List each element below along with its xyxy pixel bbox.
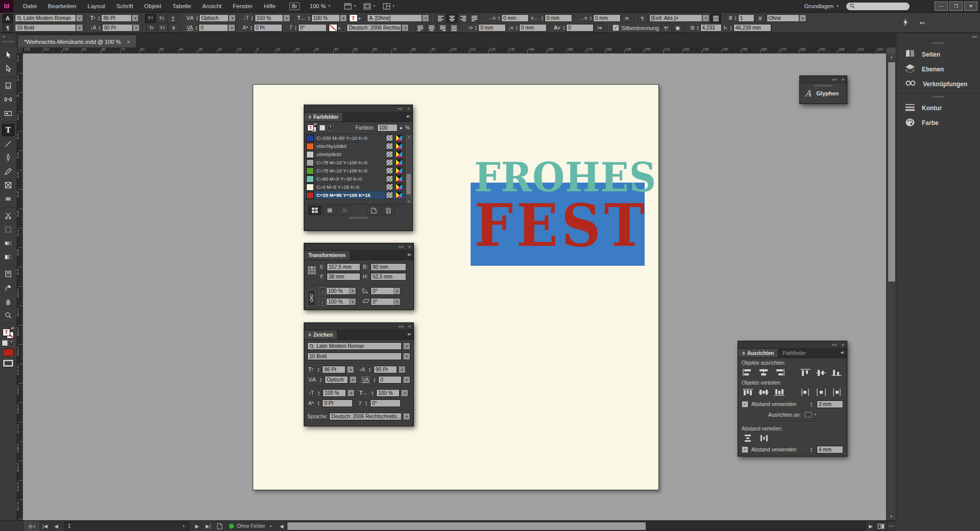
delete-swatch-button[interactable] xyxy=(382,206,395,215)
quick-apply-icon[interactable] xyxy=(902,18,909,28)
panel-menu-icon[interactable]: ▾≡ xyxy=(920,20,925,26)
paragraph-options-icon[interactable]: ¶. xyxy=(638,14,648,23)
zoom-tool[interactable] xyxy=(2,309,14,321)
panel-collapse-icon[interactable]: «« xyxy=(398,106,403,111)
preflight-status-label[interactable]: Ohne Fehler xyxy=(237,523,265,529)
first-page-button[interactable]: |◀ xyxy=(39,523,51,529)
headline-text-fest[interactable]: FEST xyxy=(474,196,641,255)
screen-mode-button[interactable]: ▼ xyxy=(363,3,376,10)
eyedropper-tool[interactable] xyxy=(2,282,14,294)
panel-close-icon[interactable]: × xyxy=(408,244,411,249)
stepper[interactable]: ▲▼ xyxy=(370,391,375,395)
chevron-down-icon[interactable]: ▼ xyxy=(394,287,401,295)
swatch-view-grid-button[interactable] xyxy=(308,206,322,215)
workspace-switcher[interactable]: Grundlagen▼ xyxy=(804,3,839,9)
reference-point-selector[interactable] xyxy=(308,266,316,275)
swatch-row[interactable]: C=75 M=10 Y=100 K=0 xyxy=(304,167,405,175)
baseline-shift-field[interactable]: Aª▲▼0 Pt xyxy=(241,24,282,32)
space-before-field[interactable]: ↑≡▲▼0 mm xyxy=(466,24,506,32)
tint-slider-icon[interactable]: ▶ xyxy=(400,126,403,130)
font-family-select[interactable]: Latin Modern Roman xyxy=(307,342,402,350)
frame-tool[interactable] xyxy=(2,179,14,191)
menu-schrift[interactable]: Schrift xyxy=(111,3,139,9)
note-tool[interactable] xyxy=(2,268,14,280)
chevron-down-icon[interactable]: ▼ xyxy=(403,413,410,420)
kerning-field[interactable]: Optisch xyxy=(325,376,348,384)
tab-farbfelder[interactable]: Farbfelder xyxy=(304,113,343,121)
panel-close-icon[interactable]: × xyxy=(842,77,844,82)
selection-tool[interactable] xyxy=(2,49,14,61)
stepper[interactable]: ▲▼ xyxy=(316,367,321,372)
language-select[interactable]: Deutsch: 2006 Rechtschreibr... xyxy=(329,413,402,420)
panel-menu-icon[interactable]: ▾≡ xyxy=(406,114,410,119)
stepper[interactable]: ▲▼ xyxy=(372,377,377,382)
arrange-documents-button[interactable]: ▼ xyxy=(383,3,395,10)
formatting-affects-container-button[interactable] xyxy=(320,125,325,131)
cursor-x-position-field[interactable]: Ix:▲▼46,239 mm xyxy=(723,24,771,32)
preflight-settings-button[interactable]: ! xyxy=(24,522,39,530)
columns-field[interactable]: Ⅲ▲▼1 xyxy=(728,14,754,22)
line-tool[interactable] xyxy=(2,138,14,150)
space-dist-h-button[interactable] xyxy=(758,434,771,443)
skew-field[interactable]: T▲▼0° xyxy=(288,24,327,32)
document-tab[interactable]: *Weihnachts-Menükarte.indd @ 100 % × xyxy=(17,35,137,48)
apply-fill-color-button[interactable] xyxy=(3,348,14,357)
tracking-field[interactable]: VA▲▼0▼ xyxy=(186,24,236,32)
next-style-select[interactable]: [Einf. Abs.]+▼ xyxy=(649,14,709,22)
scroll-up-icon[interactable]: ▲ xyxy=(405,134,412,139)
skew-field[interactable]: 0° xyxy=(370,399,401,407)
horizontal-scale-field[interactable]: 100 % xyxy=(376,389,400,397)
scissors-tool[interactable] xyxy=(2,210,14,222)
chevron-down-icon[interactable]: ▼ xyxy=(403,352,410,360)
chevron-down-icon[interactable]: ▼ xyxy=(348,389,355,397)
scroll-down-icon[interactable]: ▼ xyxy=(887,513,896,520)
swatch-row[interactable]: C=20 M=95 Y=100 K=15 xyxy=(304,191,405,199)
dock-collapse-icon[interactable]: «« xyxy=(972,34,977,39)
underline-button[interactable]: T xyxy=(167,14,178,23)
tracking-field[interactable]: 0 xyxy=(378,376,402,384)
horizontal-scroll-thumb[interactable] xyxy=(287,522,646,530)
kerning-field[interactable]: V∕A▲▼Optisch▼ xyxy=(185,14,236,22)
dock-item-seiten[interactable]: Seiten xyxy=(896,47,980,62)
align-top-button[interactable] xyxy=(799,368,812,377)
balance-columns-icon[interactable]: ≣ xyxy=(755,14,766,23)
align-right-button[interactable] xyxy=(458,14,469,23)
stroke-color-swatch[interactable] xyxy=(329,24,337,32)
small-caps-button[interactable]: Tt xyxy=(146,23,157,33)
content-collector-tool[interactable] xyxy=(2,107,14,119)
resize-grip[interactable] xyxy=(889,525,895,527)
justify-all-button[interactable] xyxy=(449,23,459,33)
close-button[interactable]: ✕ xyxy=(964,2,977,11)
dist-top-button[interactable] xyxy=(742,388,754,397)
swatch-scrollbar[interactable]: ▲ ▼ xyxy=(405,134,412,204)
scroll-up-icon[interactable]: ▲ xyxy=(887,54,896,61)
menu-bearbeiten[interactable]: Bearbeiten xyxy=(42,3,82,9)
right-indent-field[interactable]: ≡←▲▼0 mm xyxy=(530,14,572,22)
tab-transformieren[interactable]: Transformieren xyxy=(304,251,350,260)
stepper[interactable]: ▲▼ xyxy=(316,401,321,406)
align-justify-left-button[interactable] xyxy=(469,14,480,23)
language-select[interactable]: Deutsch: 2006 Rechtsch...▼ xyxy=(347,24,409,32)
stepper[interactable]: ▲▼ xyxy=(809,447,814,452)
restore-button[interactable]: ❐ xyxy=(949,2,963,11)
chevron-down-icon[interactable]: ▼ xyxy=(349,287,356,295)
swatch-row[interactable]: C=60 M=0 Y=30 K=0 xyxy=(304,175,405,183)
horizontal-scrollbar[interactable] xyxy=(287,522,866,530)
vertical-scale-field[interactable]: 100 % xyxy=(323,389,346,397)
previous-page-button[interactable]: ◀ xyxy=(51,523,61,529)
space-after-field[interactable]: ↓≡▲▼0 mm xyxy=(507,24,547,32)
dist-right-button[interactable] xyxy=(830,388,843,397)
type-tool[interactable]: T xyxy=(2,124,14,136)
vertical-justification-select[interactable]: Ohne▼ xyxy=(767,14,806,22)
bridge-button[interactable]: Br xyxy=(289,3,300,10)
fill-stroke-proxy-icon[interactable]: T ⇄ xyxy=(307,123,317,133)
tint-field[interactable]: 100 xyxy=(377,124,398,132)
horizontal-scale-field[interactable]: T↔▲▼100 %▼ xyxy=(297,14,347,22)
swatch-view-small-button[interactable] xyxy=(323,206,336,215)
vertical-scale-field[interactable]: ↕T▲▼100 %▼ xyxy=(242,14,290,22)
gradient-feather-tool[interactable] xyxy=(2,251,14,263)
tab-ausrichten[interactable]: Ausrichten xyxy=(738,349,778,358)
scroll-right-icon[interactable]: ▶ xyxy=(867,523,875,529)
chevron-down-icon[interactable]: ▼ xyxy=(394,298,401,306)
stepper[interactable]: ▲▼ xyxy=(364,401,369,406)
